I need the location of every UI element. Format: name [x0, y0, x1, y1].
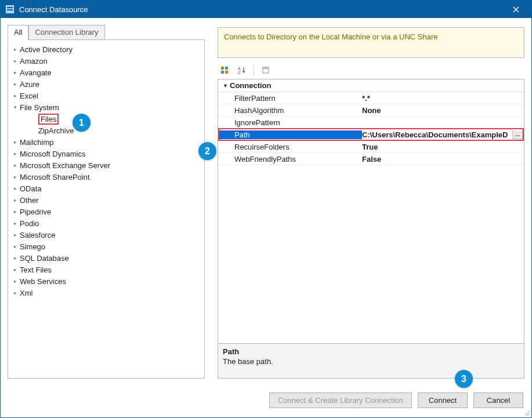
chevron-right-icon[interactable]: ▸	[10, 45, 20, 54]
tree-item[interactable]: ▸Microsoft Dynamics	[10, 148, 204, 159]
close-icon	[513, 6, 519, 13]
body-row: All Connection Library ▸Active Directory…	[8, 25, 524, 379]
tree-item[interactable]: ▸SQL Database	[10, 252, 204, 264]
property-row[interactable]: HashAlgorithmNone	[218, 104, 524, 117]
chevron-right-icon[interactable]: ▸	[10, 56, 20, 66]
datasource-tree[interactable]: ▸Active Directory▸Amazon▸Avangate▸Azure▸…	[8, 39, 205, 379]
tree-item-label: Active Directory	[20, 45, 73, 54]
tree-item[interactable]: ▸Simego	[10, 241, 204, 252]
property-name: HashAlgorithm	[218, 106, 362, 115]
cancel-button[interactable]: Cancel	[473, 392, 523, 408]
tree-item-label: Podio	[20, 219, 39, 228]
tree-item-label: Avangate	[20, 68, 52, 77]
tree-item[interactable]: ▸Salesforce	[10, 229, 204, 241]
tree-item[interactable]: ▸Web Services	[10, 275, 204, 287]
svg-text:A: A	[238, 67, 241, 71]
tree-item[interactable]: ▸Microsoft SharePoint	[10, 171, 204, 183]
right-pane: Connects to Directory on the Local Machi…	[218, 25, 524, 379]
svg-rect-5	[221, 71, 224, 74]
browse-button[interactable]: …	[512, 130, 523, 139]
chevron-right-icon[interactable]: ▸	[10, 91, 20, 100]
chevron-right-icon[interactable]: ▸	[10, 288, 20, 297]
tree-item[interactable]: ▸Files	[10, 113, 204, 125]
property-row[interactable]: PathC:\Users\Rebecca\Documents\ExampleD…	[218, 129, 524, 141]
propgrid-toolbar: A Z	[218, 63, 524, 79]
tree-item-label: Xml	[20, 289, 32, 297]
close-button[interactable]	[503, 1, 529, 18]
description-title: Path	[223, 347, 519, 356]
chevron-right-icon[interactable]: ▸	[10, 79, 20, 89]
chevron-down-icon[interactable]: ▾	[10, 103, 20, 112]
property-row[interactable]: FilterPattern*.*	[218, 92, 524, 104]
property-value[interactable]: C:\Users\Rebecca\Documents\ExampleD…	[362, 130, 524, 139]
tree-item[interactable]: ▸OData	[10, 183, 204, 194]
chevron-right-icon[interactable]: ▸	[10, 137, 20, 147]
tree-item[interactable]: ▸Other	[10, 194, 204, 206]
property-grid[interactable]: ▾ Connection FilterPattern*.*HashAlgorit…	[218, 79, 524, 344]
chevron-right-icon[interactable]: ▸	[10, 207, 20, 216]
property-value[interactable]: False	[362, 155, 524, 163]
tab-all[interactable]: All	[8, 25, 28, 40]
connect-button[interactable]: Connect	[418, 392, 468, 408]
categorize-button[interactable]	[218, 64, 231, 77]
tree-item-label: Mailchimp	[20, 138, 54, 147]
chevron-right-icon[interactable]: ▸	[10, 149, 20, 158]
chevron-right-icon[interactable]: ▸	[10, 172, 20, 181]
svg-rect-6	[225, 71, 228, 74]
property-name: Path	[218, 130, 362, 139]
sort-az-icon: A Z	[238, 66, 246, 74]
tree-item-label: OData	[20, 184, 42, 193]
chevron-right-icon[interactable]: ▸	[10, 265, 20, 274]
property-value[interactable]: True	[362, 143, 524, 151]
property-value[interactable]: None	[362, 106, 524, 115]
tree-item-label: Files	[38, 114, 59, 125]
tree-item[interactable]: ▸Pipedrive	[10, 206, 204, 217]
chevron-right-icon[interactable]: ▸	[10, 161, 20, 170]
tree-item[interactable]: ▸ZipArchive	[10, 125, 204, 136]
tree-item[interactable]: ▸Amazon	[10, 55, 204, 67]
property-row[interactable]: WebFriendlyPathsFalse	[218, 153, 524, 165]
button-row: Connect & Create Library Connection Conn…	[8, 379, 524, 413]
chevron-right-icon[interactable]: ▸	[10, 184, 20, 193]
app-icon	[5, 5, 15, 14]
tree-item[interactable]: ▸Text Files	[10, 264, 204, 275]
tree-item-label: Text Files	[20, 266, 52, 274]
chevron-right-icon[interactable]: ▸	[10, 195, 20, 205]
chevron-down-icon[interactable]: ▾	[220, 81, 230, 90]
tree-item[interactable]: ▸Active Directory	[10, 43, 204, 55]
tree-item[interactable]: ▸Microsoft Exchange Server	[10, 159, 204, 171]
property-row[interactable]: IgnorePattern	[218, 117, 524, 129]
property-name: RecuirseFolders	[218, 143, 362, 151]
chevron-right-icon[interactable]: ▸	[10, 219, 20, 228]
tree-item-label: Simego	[20, 242, 45, 251]
tree-item[interactable]: ▸Azure	[10, 78, 204, 90]
tab-connection-library[interactable]: Connection Library	[28, 25, 104, 40]
tree-item[interactable]: ▸Avangate	[10, 67, 204, 78]
propgrid-category-row[interactable]: ▾ Connection	[218, 79, 524, 92]
chevron-right-icon[interactable]: ▸	[10, 230, 20, 239]
property-row[interactable]: RecuirseFoldersTrue	[218, 141, 524, 153]
tree-item[interactable]: ▸Excel	[10, 90, 204, 101]
property-pages-button[interactable]	[259, 64, 273, 77]
chevron-right-icon[interactable]: ▸	[10, 277, 20, 286]
chevron-right-icon[interactable]: ▸	[10, 253, 20, 263]
resize-grip[interactable]	[523, 409, 530, 416]
propgrid-category-label: Connection	[230, 81, 272, 90]
tree-item[interactable]: ▾File System	[10, 101, 204, 113]
tree-item-label: Pipedrive	[20, 208, 51, 216]
property-value[interactable]: *.*	[362, 94, 524, 103]
chevron-right-icon[interactable]: ▸	[10, 68, 20, 77]
tree-item[interactable]: ▸Podio	[10, 217, 204, 229]
svg-text:Z: Z	[238, 71, 241, 74]
tree-item-label: Microsoft SharePoint	[20, 173, 90, 181]
tree-item[interactable]: ▸Xml	[10, 287, 204, 299]
svg-rect-4	[225, 67, 228, 70]
tree-item[interactable]: ▸Mailchimp	[10, 136, 204, 148]
property-name: FilterPattern	[218, 94, 362, 103]
tree-item-label: Amazon	[20, 57, 48, 66]
chevron-right-icon[interactable]: ▸	[10, 242, 20, 251]
sort-az-button[interactable]: A Z	[235, 64, 249, 77]
svg-rect-2	[7, 9, 13, 10]
svg-rect-1	[7, 7, 13, 8]
tree-item-label: Salesforce	[20, 231, 55, 239]
